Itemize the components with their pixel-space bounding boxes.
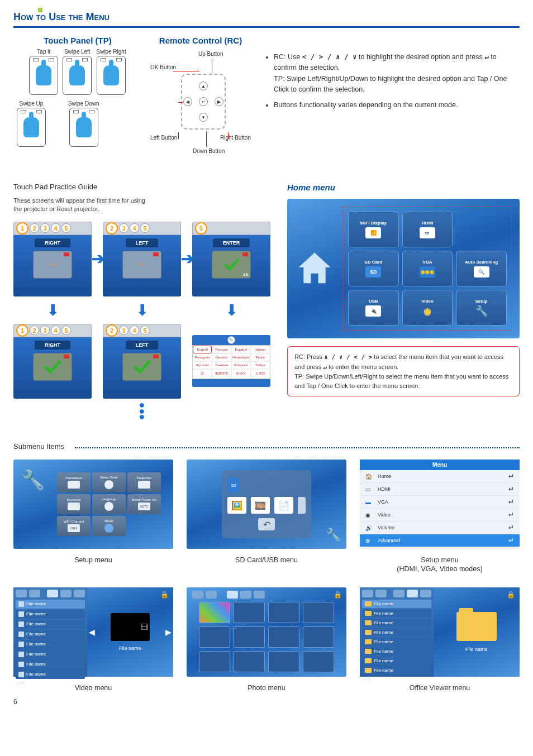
touch-panel-heading: Touch Panel (TP) bbox=[13, 36, 142, 45]
gesture-swipe-right: Swipe Right bbox=[96, 49, 126, 95]
setup-dpo[interactable]: Direct Power OnAUTO bbox=[127, 494, 161, 514]
file-row[interactable]: File name bbox=[362, 657, 431, 665]
photo-thumb[interactable] bbox=[268, 602, 299, 623]
setup-language[interactable]: Language bbox=[92, 494, 126, 514]
dpad-right[interactable]: ▶ bbox=[215, 97, 223, 106]
photo-thumb[interactable] bbox=[234, 626, 265, 648]
touch-panel-section: Touch Panel (TP) Tap it Swipe Left Swipe… bbox=[13, 36, 142, 155]
lock-icon: 🔒 bbox=[334, 591, 342, 599]
thumb-photo[interactable]: 🖼️ bbox=[227, 497, 246, 514]
file-row[interactable]: File name bbox=[16, 610, 85, 619]
file-row[interactable]: File name bbox=[16, 600, 85, 609]
remote-section: Remote Control (RC) Up Button OK Button … bbox=[147, 36, 254, 155]
home-menu-section: Home menu WiFi Display📶 HDMI▭ SD CardSD … bbox=[287, 183, 520, 420]
setup-projection[interactable]: Projection bbox=[127, 472, 161, 492]
thumb-doc[interactable]: 📄 bbox=[274, 497, 293, 514]
file-row[interactable]: File name bbox=[362, 609, 431, 618]
submenu-heading: Submenu Items bbox=[13, 442, 520, 451]
tile-auto[interactable]: Auto Searching🔍 bbox=[456, 251, 507, 286]
label-left: Left Button bbox=[150, 135, 177, 141]
dpad-down[interactable]: ▼ bbox=[199, 113, 208, 122]
dpad-up[interactable]: ▲ bbox=[199, 82, 208, 90]
file-row[interactable]: File name bbox=[362, 619, 431, 627]
menu-home[interactable]: 🏠Home↵ bbox=[360, 470, 520, 483]
photo-menu-card: 🔒 Photo menu bbox=[187, 587, 346, 692]
file-row[interactable]: File name bbox=[362, 638, 431, 646]
dpad-ok[interactable]: ↵ bbox=[199, 97, 208, 106]
dpad-left[interactable]: ◀ bbox=[183, 97, 192, 106]
film-icon: 🎞 bbox=[140, 623, 148, 631]
setup-menu-card: 🔧 Information Sleep Timer Projection Key… bbox=[13, 460, 173, 574]
gesture-tap: Tap it bbox=[29, 49, 58, 95]
file-row[interactable]: File name bbox=[362, 628, 431, 637]
photo-thumb[interactable] bbox=[234, 651, 265, 672]
lock-icon: 🔒 bbox=[160, 591, 169, 599]
gesture-swipe-down: Swipe Down bbox=[68, 101, 99, 147]
language-grid[interactable]: EnglishFrançaisEspañolItaliano Português… bbox=[192, 345, 270, 379]
photo-thumb[interactable] bbox=[303, 626, 334, 648]
page-number: 6 bbox=[13, 698, 17, 706]
wrench-icon[interactable]: 🔧 bbox=[326, 528, 341, 542]
nav-left[interactable]: ◀ bbox=[89, 628, 95, 637]
practice-guide: Touch Pad Practice Guide These screens w… bbox=[13, 183, 270, 420]
home-icon bbox=[295, 249, 334, 288]
label-up: Up Button bbox=[198, 51, 223, 57]
tile-vga[interactable]: VGA◉◉◉ bbox=[402, 251, 453, 286]
file-row[interactable]: File name bbox=[362, 600, 431, 608]
photo-thumb[interactable] bbox=[268, 626, 299, 648]
file-row[interactable]: File name bbox=[362, 647, 431, 655]
setup-reset[interactable]: Reset bbox=[92, 516, 126, 536]
file-row[interactable]: File name bbox=[16, 630, 85, 639]
home-note: RC: Press ∧ / ∨ / < / > to select the me… bbox=[287, 346, 520, 396]
wrench-icon: 🔧 bbox=[21, 468, 45, 491]
photo-thumb[interactable] bbox=[199, 651, 230, 672]
back-button[interactable]: ↶ bbox=[258, 518, 275, 530]
menu-video[interactable]: ◉Video↵ bbox=[360, 509, 520, 521]
sdusb-card: SD 🖼️ 🎞️ 📄 ↶ 🔧 SD Card/USB menu bbox=[187, 460, 346, 574]
menu-list-card: Menu 🏠Home↵ ▭HDMI↵ ▬VGA↵ ◉Video↵ 🔊Volume… bbox=[360, 460, 520, 574]
photo-thumb[interactable] bbox=[303, 651, 334, 672]
menu-advanced[interactable]: ⊕Advanced↵ bbox=[360, 534, 520, 547]
setup-sleep[interactable]: Sleep Timer bbox=[92, 472, 126, 492]
file-row[interactable]: File name bbox=[16, 620, 85, 629]
remote-outline: ▲ ◀ ↵ ▶ ▼ bbox=[181, 74, 226, 130]
photo-thumb[interactable] bbox=[234, 602, 265, 623]
photo-thumb[interactable] bbox=[199, 602, 230, 623]
label-down: Down Button bbox=[193, 148, 225, 154]
page-title: How to Use the Menu bbox=[13, 9, 520, 28]
setup-keystone[interactable]: Keystone bbox=[57, 494, 91, 514]
menu-hdmi[interactable]: ▭HDMI↵ bbox=[360, 483, 520, 496]
photo-thumb[interactable] bbox=[268, 651, 299, 672]
file-row[interactable]: File name bbox=[16, 660, 85, 669]
label-ok: OK Button bbox=[150, 64, 176, 70]
file-row[interactable]: File name bbox=[16, 650, 85, 659]
sd-icon: SD bbox=[227, 478, 240, 492]
gesture-swipe-up: Swipe Up bbox=[17, 101, 46, 147]
office-menu-card: File name File name File name File name … bbox=[360, 587, 520, 692]
tile-setup[interactable]: Setup🔧 bbox=[456, 290, 507, 326]
remote-heading: Remote Control (RC) bbox=[147, 36, 254, 45]
file-row[interactable]: File name bbox=[16, 640, 85, 649]
tile-video[interactable]: Video◉ bbox=[402, 290, 453, 326]
setup-wifich[interactable]: WiFi ChannelCH1 bbox=[57, 516, 91, 536]
label-right: Right Button bbox=[220, 135, 251, 141]
folder-icon[interactable] bbox=[456, 612, 497, 641]
photo-thumb[interactable] bbox=[303, 602, 334, 623]
gesture-swipe-left: Swipe Left bbox=[63, 49, 92, 95]
home-screenshot: WiFi Display📶 HDMI▭ SD CardSD VGA◉◉◉ Aut… bbox=[287, 199, 520, 338]
video-thumb[interactable]: 🎞 bbox=[111, 613, 150, 641]
tile-usb[interactable]: USB🔌 bbox=[348, 290, 399, 326]
menu-volume[interactable]: 🔊Volume↵ bbox=[360, 521, 520, 534]
file-row[interactable]: File name bbox=[16, 670, 85, 679]
photo-thumb[interactable] bbox=[199, 626, 230, 648]
tile-sd[interactable]: SD CardSD bbox=[348, 251, 399, 286]
video-menu-card: File name File name File name File name … bbox=[13, 587, 173, 692]
tile-wifi[interactable]: WiFi Display📶 bbox=[348, 212, 399, 247]
tile-hdmi[interactable]: HDMI▭ bbox=[402, 212, 453, 247]
lock-icon: 🔒 bbox=[507, 591, 515, 599]
file-row[interactable]: File name bbox=[362, 666, 431, 674]
setup-information[interactable]: Information bbox=[57, 472, 91, 492]
thumb-video[interactable]: 🎞️ bbox=[251, 497, 270, 514]
menu-vga[interactable]: ▬VGA↵ bbox=[360, 496, 520, 509]
nav-right[interactable]: ▶ bbox=[165, 628, 172, 637]
